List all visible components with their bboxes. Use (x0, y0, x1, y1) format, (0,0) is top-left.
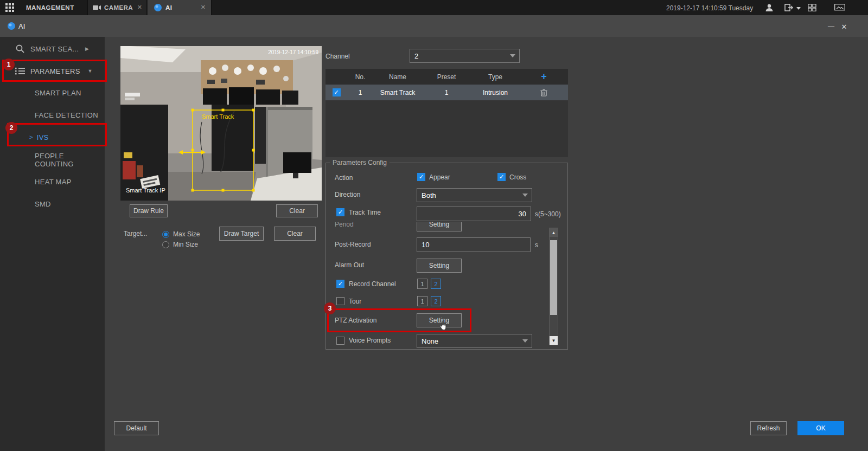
close-window-button[interactable]: ✕ (839, 21, 850, 32)
direction-label: Direction (335, 191, 360, 198)
annotation-step-2: 2 (5, 122, 17, 134)
track-time-checkbox[interactable]: ✓ (336, 208, 344, 216)
video-osd-camera-name: Smart Track IP (126, 187, 165, 194)
chevron-down-icon (510, 54, 515, 57)
sidebar-item-smart-search[interactable]: SMART SEA... ▶ (0, 40, 105, 57)
direction-value: Both (422, 191, 436, 199)
datetime-display: 2019-12-17 14:10:59 Tuesday (666, 4, 753, 12)
sidebar-item-label: SMD (35, 200, 51, 208)
header-type: Type (471, 69, 520, 85)
voice-prompts-dropdown[interactable]: None (417, 334, 532, 348)
min-size-radio[interactable] (162, 241, 169, 248)
clear-rule-button[interactable]: Clear (276, 204, 318, 217)
scroll-thumb[interactable] (550, 240, 557, 315)
video-preview[interactable]: Smart Track 2019-12-17 14:10:59 Smart Tr… (120, 46, 322, 201)
period-setting-button[interactable]: Setting (417, 222, 462, 231)
record-channel-1-button[interactable]: 1 (417, 279, 427, 289)
layout-grid-icon[interactable] (808, 4, 816, 11)
tour-1-button[interactable]: 1 (417, 296, 427, 306)
tab-camera-label: CAMERA (104, 4, 133, 11)
sidebar-item-label: SMART PLAN (35, 89, 81, 97)
row-preset: 1 (422, 85, 471, 100)
voice-prompts-value: None (422, 337, 438, 345)
tab-ai[interactable]: AI ✕ (148, 0, 212, 15)
expand-arrow-icon: ▶ (85, 46, 89, 51)
period-row-clipped: Period Setting (326, 222, 548, 231)
sidebar-item-face-detection[interactable]: FACE DETECTION (0, 106, 105, 124)
table-empty-area (326, 100, 568, 157)
row-name: Smart Track (373, 85, 422, 100)
sidebar-item-smd[interactable]: SMD (0, 195, 105, 213)
camera-icon (93, 4, 101, 11)
target-label: Target... (124, 230, 147, 237)
cross-checkbox[interactable]: ✓ (497, 173, 506, 181)
tour-2-button[interactable]: 2 (431, 296, 441, 306)
direction-dropdown[interactable]: Both (417, 188, 532, 202)
params-scrollbar[interactable]: ▲ ▼ (549, 228, 558, 345)
track-time-unit: s(5~300) (535, 210, 561, 218)
annotation-rect-3 (327, 308, 471, 332)
channel-label: Channel (326, 53, 350, 60)
video-scene (120, 46, 322, 201)
table-header: No. Name Preset Type + (326, 69, 568, 85)
sidebar-item-smart-plan[interactable]: SMART PLAN (0, 84, 105, 102)
appear-checkbox[interactable]: ✓ (417, 173, 425, 181)
period-label: Period (335, 222, 354, 228)
sidebar-item-people-counting[interactable]: PEOPLE COUNTING (0, 150, 105, 169)
display-wall-icon[interactable] (834, 4, 845, 11)
sidebar-item-label: HEAT MAP (35, 178, 72, 186)
window-title-bar: AI — ✕ (0, 15, 868, 37)
annotation-rect-1 (2, 60, 107, 82)
close-camera-tab-icon[interactable]: ✕ (137, 4, 142, 11)
voice-prompts-label: Voice Prompts (349, 337, 391, 344)
add-rule-button[interactable]: + (520, 69, 568, 85)
default-button[interactable]: Default (114, 421, 159, 435)
scroll-down-button[interactable]: ▼ (550, 336, 558, 345)
refresh-button[interactable]: Refresh (750, 421, 787, 435)
rules-table: No. Name Preset Type + ✓ 1 Smart Track 1… (326, 69, 568, 157)
check-icon: ✓ (338, 209, 343, 216)
draw-rule-button[interactable]: Draw Rule (130, 204, 168, 217)
tab-management[interactable]: MANAGEMENT (26, 4, 74, 11)
user-icon[interactable] (765, 3, 774, 12)
osd-artifact (125, 93, 140, 96)
record-channel-checkbox[interactable]: ✓ (336, 280, 344, 288)
tour-checkbox[interactable] (336, 297, 344, 305)
tour-label: Tour (349, 298, 361, 305)
sidebar-item-heat-map[interactable]: HEAT MAP (0, 172, 105, 191)
export-icon[interactable] (784, 3, 794, 12)
draw-target-button[interactable]: Draw Target (219, 227, 264, 241)
post-record-label: Post-Record (335, 241, 371, 248)
minimize-button[interactable]: — (826, 21, 837, 32)
parameters-config-title: Parameters Config (330, 159, 390, 166)
apps-grid-icon[interactable] (5, 3, 14, 12)
max-size-label: Max Size (173, 230, 200, 238)
ok-button[interactable]: OK (797, 421, 844, 435)
row-checkbox[interactable]: ✓ (333, 88, 341, 96)
magnifier-icon (15, 44, 25, 54)
track-time-input[interactable]: 30 (417, 207, 531, 221)
scroll-up-button[interactable]: ▲ (550, 228, 558, 237)
header-checkbox-col (326, 69, 347, 85)
alarm-out-setting-button[interactable]: Setting (417, 259, 462, 273)
export-dropdown-caret-icon[interactable] (796, 7, 801, 10)
table-row[interactable]: ✓ 1 Smart Track 1 Intrusion (326, 85, 568, 100)
record-channel-2-button[interactable]: 2 (431, 279, 441, 289)
tab-camera[interactable]: CAMERA ✕ (87, 0, 147, 15)
post-record-unit: s (535, 241, 538, 249)
clear-target-button[interactable]: Clear (274, 227, 316, 241)
voice-prompts-checkbox[interactable] (336, 337, 344, 345)
chevron-down-icon (522, 339, 528, 343)
channel-dropdown[interactable]: 2 (410, 49, 520, 63)
max-size-radio[interactable] (162, 231, 169, 238)
rule-label: Smart Track (202, 113, 234, 120)
record-channel-label: Record Channel (349, 280, 396, 288)
cursor-hand-icon (439, 321, 448, 331)
sidebar: SMART SEA... ▶ PARAMETERS ▼ SMART PLAN F… (0, 37, 105, 451)
close-ai-tab-icon[interactable]: ✕ (201, 4, 206, 11)
trash-icon[interactable] (540, 89, 547, 96)
alarm-out-label: Alarm Out (335, 261, 364, 269)
post-record-input[interactable]: 10 (417, 237, 531, 252)
tab-ai-label: AI (165, 4, 172, 11)
check-icon: ✓ (419, 173, 424, 181)
